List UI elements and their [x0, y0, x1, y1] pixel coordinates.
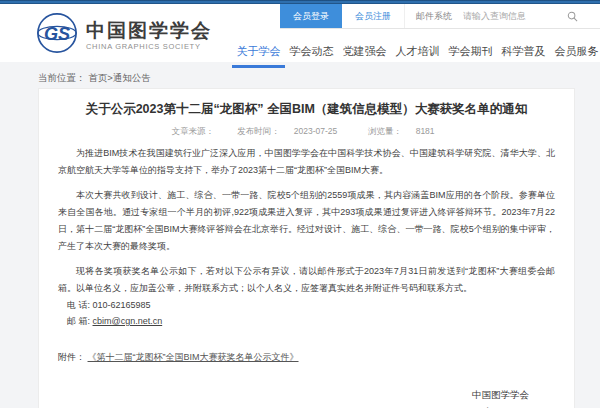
nav-item-science[interactable]: 科学普及: [497, 44, 550, 68]
meta-time: 发布时间：2023-07-25: [230, 126, 344, 136]
nav-item-member-service[interactable]: 会员服务: [550, 44, 600, 68]
utility-bar-spacer: [589, 4, 600, 28]
signature-block: 中国图学学会 2023年7月25日: [58, 386, 555, 408]
site-logo[interactable]: GS 中国图学学会 CHINA GRAPHICS SOCIETY: [36, 12, 212, 58]
article-title: 关于公示2023第十二届“龙图杯” 全国BIM（建筑信息模型）大赛获奖名单的通知: [58, 101, 555, 118]
member-register-button[interactable]: 会员注册: [342, 4, 405, 28]
attachment-label: 附件：: [58, 352, 85, 362]
utility-bar: 会员登录 会员注册 邮件系统: [280, 4, 600, 29]
mail-system-button[interactable]: 邮件系统: [405, 4, 463, 28]
paragraph-1: 为推进BIM技术在我国建筑行业广泛深入应用，中国图学学会在中国科学技术协会、中国…: [58, 145, 555, 179]
page-body: 当前位置： 首页>通知公告 关于公示2023第十二届“龙图杯” 全国BIM（建筑…: [0, 62, 600, 408]
phone-line: 电 话: 010-62165985: [58, 297, 555, 313]
nav-item-party[interactable]: 党建强会: [338, 44, 391, 68]
site-subtitle: CHINA GRAPHICS SOCIETY: [86, 42, 212, 51]
article-card: 关于公示2023第十二届“龙图杯” 全国BIM（建筑信息模型）大赛获奖名单的通知…: [38, 88, 575, 408]
email-line: 邮 箱: cbim@cgn.net.cn: [58, 313, 555, 329]
attachment-line: 附件： 《第十二届“龙图杯”全国BIM大赛获奖名单公示文件》: [58, 351, 555, 364]
nav-item-news[interactable]: 学会动态: [285, 44, 338, 68]
article-body: 为推进BIM技术在我国建筑行业广泛深入应用，中国图学学会在中国科学技术协会、中国…: [58, 145, 555, 297]
breadcrumb-home-link[interactable]: 首页: [88, 72, 107, 83]
attachment-link[interactable]: 《第十二届“龙图杯”全国BIM大赛获奖名单公示文件》: [88, 352, 299, 362]
phone-value: 010-62165985: [93, 300, 151, 310]
member-login-button[interactable]: 会员登录: [280, 4, 342, 28]
paragraph-3: 现将各奖项获奖名单公示如下，若对以下公示有异议，请以邮件形式于2023年7月31…: [58, 263, 555, 297]
main-nav: 关于学会 学会动态 党建强会 人才培训 学会期刊 科学普及 会员服务 团体标准 …: [232, 44, 600, 68]
site-title: 中国图学学会: [86, 20, 212, 42]
breadcrumb-label: 当前位置：: [38, 72, 86, 83]
search-icon[interactable]: [555, 4, 589, 28]
article-meta: 文章来源： 发布时间：2023-07-25 浏览量：8181: [58, 126, 555, 137]
nav-item-about[interactable]: 关于学会: [232, 44, 285, 68]
search-input[interactable]: [463, 4, 555, 28]
paragraph-2: 本次大赛共收到设计、施工、综合、一带一路、院校5个组别的2559项成果，其内容涵…: [58, 187, 555, 255]
meta-views: 浏览量：8181: [361, 126, 442, 136]
site-header: GS 中国图学学会 CHINA GRAPHICS SOCIETY 会员登录 会员…: [0, 4, 600, 62]
nav-item-journal[interactable]: 学会期刊: [444, 44, 497, 68]
signature-org: 中国图学学会: [58, 386, 529, 403]
society-emblem-icon: GS: [36, 12, 78, 58]
nav-item-training[interactable]: 人才培训: [391, 44, 444, 68]
svg-text:GS: GS: [44, 24, 70, 44]
signature-date: 2023年7月25日: [58, 403, 529, 408]
meta-source-label: 文章来源：: [171, 126, 214, 136]
breadcrumb-current: 通知公告: [113, 72, 151, 83]
email-link[interactable]: cbim@cgn.net.cn: [93, 316, 163, 326]
